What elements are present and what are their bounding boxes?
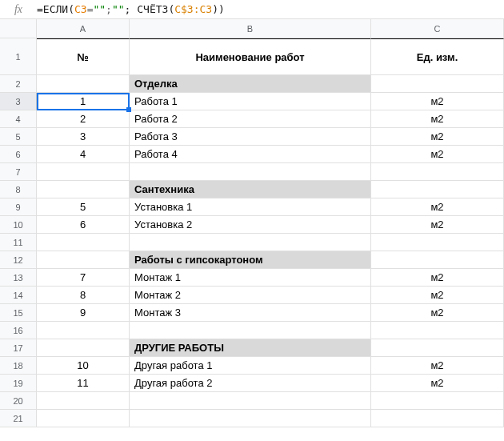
cell[interactable]: Работа 2 xyxy=(130,110,371,128)
cell[interactable]: Другая работа 2 xyxy=(130,375,371,392)
cell[interactable] xyxy=(371,251,504,269)
cell[interactable] xyxy=(37,392,130,410)
cell[interactable]: 2 xyxy=(37,110,130,128)
cell[interactable] xyxy=(37,234,130,251)
cell[interactable] xyxy=(37,251,130,269)
cell[interactable]: м2 xyxy=(371,110,504,128)
row-header[interactable]: 9 xyxy=(0,198,37,216)
cell[interactable] xyxy=(37,75,130,93)
cell[interactable]: Монтаж 2 xyxy=(130,287,371,304)
cell[interactable]: Монтаж 3 xyxy=(130,304,371,322)
cell[interactable] xyxy=(371,181,504,198)
cell[interactable]: м2 xyxy=(371,146,504,163)
cell[interactable] xyxy=(371,75,504,93)
cell[interactable] xyxy=(37,163,130,181)
cell[interactable] xyxy=(37,410,130,427)
col-header-C[interactable]: C xyxy=(371,19,504,38)
group-cell[interactable]: Сантехника xyxy=(130,181,371,198)
cell[interactable]: м2 xyxy=(371,93,504,110)
col-header-A[interactable]: A xyxy=(37,19,130,38)
cell[interactable]: м2 xyxy=(371,198,504,216)
cell[interactable] xyxy=(130,163,371,181)
cell[interactable]: 11 xyxy=(37,375,130,392)
cell[interactable] xyxy=(37,322,130,339)
formula-token: ; СЧЁТЗ( xyxy=(125,3,175,15)
cell[interactable]: Работа 4 xyxy=(130,146,371,163)
cell[interactable]: 9 xyxy=(37,304,130,322)
cell[interactable] xyxy=(371,322,504,339)
cell[interactable] xyxy=(130,322,371,339)
spreadsheet-grid: A B C 1 № Наименование работ Ед. изм. 2 … xyxy=(0,19,504,427)
row-header[interactable]: 19 xyxy=(0,375,37,392)
row-header[interactable]: 8 xyxy=(0,181,37,198)
formula-bar: fx =ЕСЛИ(C3="";""; СЧЁТЗ(C$3:C3)) xyxy=(0,0,504,19)
row-header[interactable]: 5 xyxy=(0,128,37,146)
cell[interactable]: Монтаж 1 xyxy=(130,269,371,287)
cell[interactable] xyxy=(37,181,130,198)
row-header[interactable]: 12 xyxy=(0,251,37,269)
row-header[interactable]: 15 xyxy=(0,304,37,322)
row-header[interactable]: 7 xyxy=(0,163,37,181)
formula-token: =ЕСЛИ( xyxy=(37,3,74,15)
cell[interactable]: м2 xyxy=(371,375,504,392)
cell[interactable]: 3 xyxy=(37,128,130,146)
row-header[interactable]: 20 xyxy=(0,392,37,410)
cell[interactable]: м2 xyxy=(371,216,504,234)
header-cell-unit[interactable]: Ед. изм. xyxy=(371,38,504,75)
row-header[interactable]: 2 xyxy=(0,75,37,93)
row-header[interactable]: 10 xyxy=(0,216,37,234)
header-cell-name[interactable]: Наименование работ xyxy=(130,38,371,75)
cell[interactable]: м2 xyxy=(371,304,504,322)
cell[interactable] xyxy=(371,163,504,181)
formula-ref: C3 xyxy=(74,3,87,15)
formula-input[interactable]: =ЕСЛИ(C3="";""; СЧЁТЗ(C$3:C3)) xyxy=(37,1,504,18)
row-header[interactable]: 17 xyxy=(0,339,37,357)
cell-selected[interactable]: 1 xyxy=(37,93,130,110)
cell[interactable] xyxy=(130,234,371,251)
cell[interactable]: м2 xyxy=(371,357,504,375)
row-header[interactable]: 4 xyxy=(0,110,37,128)
formula-string: "" xyxy=(112,3,125,15)
cell[interactable] xyxy=(130,410,371,427)
cell[interactable]: Установка 2 xyxy=(130,216,371,234)
cell[interactable] xyxy=(371,339,504,357)
cell[interactable]: 5 xyxy=(37,198,130,216)
cell[interactable]: 10 xyxy=(37,357,130,375)
cell[interactable]: 8 xyxy=(37,287,130,304)
cell[interactable]: м2 xyxy=(371,287,504,304)
formula-ref: C$3:C3 xyxy=(174,3,212,15)
formula-token: ; xyxy=(106,3,112,15)
row-header[interactable]: 13 xyxy=(0,269,37,287)
cell[interactable] xyxy=(371,410,504,427)
cell[interactable]: 6 xyxy=(37,216,130,234)
cell[interactable]: 7 xyxy=(37,269,130,287)
row-header[interactable]: 14 xyxy=(0,287,37,304)
cell[interactable] xyxy=(130,392,371,410)
row-header[interactable]: 21 xyxy=(0,410,37,427)
group-cell[interactable]: Работы с гипсокартоном xyxy=(130,251,371,269)
header-cell-num[interactable]: № xyxy=(37,38,130,75)
group-cell[interactable]: ДРУГИЕ РАБОТЫ xyxy=(130,339,371,357)
fx-icon[interactable]: fx xyxy=(0,3,37,16)
row-header[interactable]: 11 xyxy=(0,234,37,251)
formula-string: "" xyxy=(93,3,106,15)
cell[interactable]: Работа 3 xyxy=(130,128,371,146)
cell[interactable]: Работа 1 xyxy=(130,93,371,110)
row-header[interactable]: 6 xyxy=(0,146,37,163)
row-header[interactable]: 16 xyxy=(0,322,37,339)
row-header[interactable]: 1 xyxy=(0,38,37,75)
col-header-B[interactable]: B xyxy=(130,19,371,38)
cell[interactable]: 4 xyxy=(37,146,130,163)
cell[interactable]: м2 xyxy=(371,269,504,287)
cell[interactable]: Установка 1 xyxy=(130,198,371,216)
cell[interactable] xyxy=(37,339,130,357)
cell[interactable] xyxy=(371,234,504,251)
row-header[interactable]: 3 xyxy=(0,93,37,110)
row-header[interactable]: 18 xyxy=(0,357,37,375)
select-all-corner[interactable] xyxy=(0,19,37,38)
cell[interactable]: Другая работа 1 xyxy=(130,357,371,375)
cell[interactable] xyxy=(371,392,504,410)
cell[interactable]: м2 xyxy=(371,128,504,146)
formula-token: )) xyxy=(212,3,225,15)
group-cell[interactable]: Отделка xyxy=(130,75,371,93)
